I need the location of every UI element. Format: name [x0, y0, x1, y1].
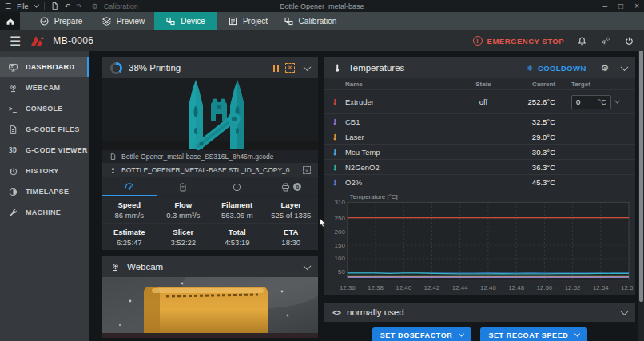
home-tab[interactable]	[0, 12, 20, 30]
scrollbar-thumb[interactable]	[639, 32, 643, 302]
console-icon: >_	[7, 105, 18, 113]
collapse-temperatures-icon[interactable]	[621, 63, 629, 71]
close-button[interactable]: ×	[634, 2, 639, 10]
thermometer-icon	[331, 147, 339, 157]
webcam-panel: Webcam	[102, 256, 318, 338]
tab-time-details[interactable]	[210, 177, 264, 196]
center-object-icon[interactable]: ✕	[303, 166, 311, 174]
temp-name: Laser	[345, 133, 463, 141]
calibration-menu[interactable]: Calibration	[104, 2, 138, 10]
object-pin-icon	[109, 166, 117, 175]
sidebar-item-gcode-files[interactable]: G-CODE FILES	[0, 119, 89, 140]
col-name: Name	[345, 81, 463, 88]
set-recoat-speed-button[interactable]: SET RECOAT SPEED	[480, 327, 587, 341]
temp-row-mcu: Mcu Temp 30.3°C	[324, 144, 635, 159]
tab-project[interactable]: Project	[217, 12, 279, 30]
svg-text:12:50: 12:50	[536, 284, 552, 291]
normally-used-panel: <> normally used	[324, 303, 635, 322]
print-stats-tabs: 0	[102, 177, 318, 197]
stat-value: 563.06 m	[221, 211, 253, 220]
extruder-target-input[interactable]: 0 °C	[571, 95, 611, 109]
settings-gears-icon[interactable]	[600, 36, 611, 46]
thermometer-icon	[331, 162, 339, 172]
gcode-file-row[interactable]: Bottle Opener_metal-base_SS316L_8h46m.gc…	[102, 150, 318, 163]
redo-icon[interactable]: ↷	[76, 2, 82, 10]
thermometer-icon	[331, 132, 339, 142]
svg-text:12:40: 12:40	[396, 284, 411, 291]
tab-print-queue[interactable]: 0	[264, 177, 319, 196]
temperature-chart[interactable]: 12:3612:3812:4012:4212:4412:4612:4812:50…	[327, 192, 633, 293]
sidebar-item-gcode-viewer[interactable]: 3D G-CODE VIEWER	[0, 140, 89, 161]
new-file-icon[interactable]	[50, 2, 59, 10]
temperatures-settings-icon[interactable]: ⚙	[601, 62, 609, 73]
calibration-gear-icon: ⚙	[92, 2, 98, 10]
dropdown-chevron-icon	[459, 331, 464, 337]
set-dosefactor-button[interactable]: SET DOSEFACTOR	[372, 327, 472, 341]
stat-value: 0.3 mm³/s	[166, 211, 200, 220]
menu-hamburger-icon[interactable]: ☰	[5, 2, 11, 10]
emergency-stop-button[interactable]: ! EMERGENCY STOP	[473, 36, 564, 46]
sidebar-item-timelapse[interactable]: TIMELAPSE	[0, 181, 89, 202]
webcam-icon	[110, 262, 121, 272]
cooldown-button[interactable]: ❄ COOLDOWN	[527, 64, 586, 73]
gcode-file-icon	[7, 125, 18, 135]
sidebar-item-history[interactable]: HISTORY	[0, 161, 89, 181]
target-preset-dropdown-icon[interactable]	[614, 98, 620, 104]
collapse-webcam-panel-icon[interactable]	[304, 262, 312, 270]
stat-label: Layer	[281, 200, 301, 209]
stat-label: Slicer	[173, 228, 193, 236]
code-brackets-icon: <>	[332, 308, 340, 317]
brand-logo	[28, 34, 46, 47]
svg-text:50: 50	[338, 268, 345, 276]
stat-value: 4:53:19	[225, 238, 250, 247]
normally-used-title: normally used	[347, 307, 404, 317]
svg-text:12:52: 12:52	[565, 284, 581, 291]
power-icon[interactable]	[624, 36, 634, 46]
temp-name: O2%	[345, 178, 463, 187]
tab-preview[interactable]: Preview	[92, 12, 154, 30]
sidebar-toggle-icon[interactable]: ☰	[10, 34, 21, 49]
print-stats-grid: Speed86 mm/s Flow0.3 mm³/s Filament563.0…	[102, 197, 318, 250]
mouse-cursor	[319, 217, 327, 232]
sidebar-item-machine[interactable]: MACHINE	[0, 202, 89, 223]
undo-icon[interactable]: ↶	[65, 2, 71, 10]
minimize-button[interactable]: –	[603, 2, 608, 10]
temp-row-cb1: CB1 32.5°C	[324, 113, 635, 129]
gcode-file-name: Bottle Opener_metal-base_SS316L_8h46m.gc…	[121, 153, 273, 161]
notifications-bell-icon[interactable]	[577, 36, 587, 46]
svg-text:12:42: 12:42	[424, 284, 440, 291]
sidebar-item-dashboard[interactable]: DASHBOARD	[0, 57, 89, 77]
webcam-stream[interactable]	[102, 277, 318, 338]
tab-prepare[interactable]: Prepare	[30, 12, 92, 30]
pause-print-button[interactable]	[273, 65, 280, 72]
temp-current: 29.0°C	[504, 133, 565, 141]
stat-label: Estimate	[113, 228, 145, 236]
maximize-button[interactable]: □	[618, 2, 623, 10]
temp-name: N2GenO2	[345, 163, 463, 172]
svg-text:200: 200	[335, 228, 346, 236]
collapse-normally-used-icon[interactable]	[621, 307, 629, 315]
page-scrollbar[interactable]	[638, 30, 644, 341]
queue-count-badge: 0	[293, 183, 301, 191]
titlebar: ☰ File ↶ ↷ ⚙ Calibration Bottle Opener_m…	[0, 0, 644, 12]
collapse-print-panel-icon[interactable]	[304, 63, 312, 71]
gcode-viewer-3d-icon: 3D	[7, 147, 18, 154]
tab-file-details[interactable]	[157, 177, 211, 196]
temp-state: off	[463, 97, 504, 106]
tab-device[interactable]: Device	[154, 12, 217, 30]
print-object-row[interactable]: BOTTLE_OPENER_METAL-BASE.STL_ID_3_COPY_0…	[102, 163, 318, 177]
sidebar-item-webcam[interactable]: WEBCAM	[0, 77, 89, 98]
tab-speed-stats[interactable]	[102, 177, 157, 196]
device-name: MB-0006	[53, 35, 93, 46]
temp-row-o2: O2% 45.3°C	[324, 174, 635, 189]
svg-text:12:48: 12:48	[508, 284, 524, 291]
stat-label: Filament	[221, 200, 252, 209]
timelapse-icon	[7, 187, 18, 197]
file-menu-chevron-icon[interactable]	[34, 2, 39, 8]
cancel-print-button[interactable]: ✕	[285, 63, 295, 73]
tab-calibration[interactable]: Calibration	[279, 12, 341, 30]
sidebar-item-console[interactable]: >_ CONSOLE	[0, 98, 89, 119]
gcode-3d-preview[interactable]	[102, 78, 318, 150]
file-menu[interactable]: File	[17, 2, 29, 10]
temp-current: 36.3°C	[504, 163, 565, 172]
